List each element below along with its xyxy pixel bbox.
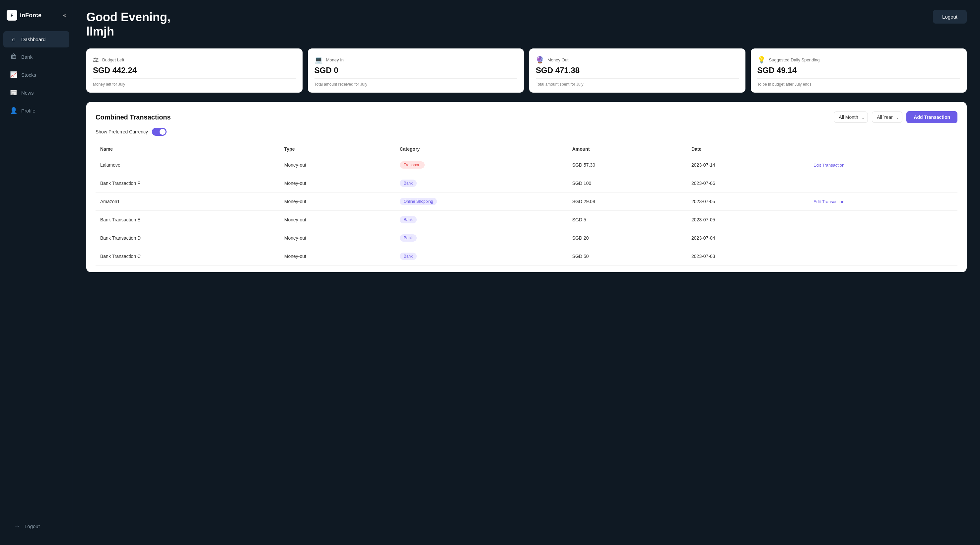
card-icon: ⚖ (93, 56, 99, 64)
category-badge: Bank (400, 180, 417, 187)
sidebar-item-label: News (21, 90, 34, 96)
currency-toggle[interactable] (152, 128, 167, 136)
row-actions (809, 211, 958, 229)
transactions-controls: All Month All Year Add Transaction (834, 111, 958, 123)
row-date: 2023-07-03 (687, 247, 809, 266)
row-amount: SGD 20 (568, 229, 687, 247)
row-type: Money-out (280, 174, 395, 193)
sidebar-item-label: Dashboard (21, 37, 45, 42)
edit-transaction-link[interactable]: Edit Transaction (813, 199, 844, 204)
row-amount: SGD 5 (568, 211, 687, 229)
sidebar-logout[interactable]: → Logout (6, 518, 66, 534)
sidebar-item-profile[interactable]: 👤 Profile (3, 102, 69, 119)
sidebar-item-dashboard[interactable]: ⌂ Dashboard (3, 31, 69, 48)
category-badge: Online Shopping (400, 198, 437, 205)
logo: F inForce « (0, 6, 73, 30)
table-row: Bank Transaction D Money-out Bank SGD 20… (95, 229, 958, 247)
col-header-actions (809, 142, 958, 156)
sidebar-item-label: Bank (21, 54, 32, 60)
header: Good Evening, llmjh Logout (86, 10, 967, 38)
transactions-panel: Combined Transactions All Month All Year… (86, 102, 967, 272)
year-filter-wrapper: All Year (872, 112, 902, 123)
row-actions (809, 229, 958, 247)
sidebar: F inForce « ⌂ Dashboard 🏛 Bank 📈 Stocks … (0, 0, 73, 545)
col-header-type: Type (280, 142, 395, 156)
card-header: 💻 Money In (315, 56, 517, 64)
row-type: Money-out (280, 193, 395, 211)
row-name: Amazon1 (95, 193, 280, 211)
category-badge: Transport (400, 161, 425, 169)
sidebar-logout-label: Logout (25, 523, 40, 529)
col-header-amount: Amount (568, 142, 687, 156)
logout-button[interactable]: Logout (933, 10, 967, 24)
row-category: Bank (395, 247, 568, 266)
greeting-username: llmjh (86, 24, 170, 38)
transactions-header: Combined Transactions All Month All Year… (95, 111, 958, 123)
card-icon: 🔮 (536, 56, 544, 64)
row-type: Money-out (280, 247, 395, 266)
row-name: Bank Transaction E (95, 211, 280, 229)
transactions-title: Combined Transactions (95, 113, 171, 121)
row-name: Bank Transaction F (95, 174, 280, 193)
row-actions: Edit Transaction (809, 193, 958, 211)
card-label: Budget Left (102, 57, 124, 62)
row-date: 2023-07-06 (687, 174, 809, 193)
row-amount: SGD 29.08 (568, 193, 687, 211)
row-amount: SGD 100 (568, 174, 687, 193)
row-type: Money-out (280, 211, 395, 229)
table-header-row: NameTypeCategoryAmountDate (95, 142, 958, 156)
sidebar-item-bank[interactable]: 🏛 Bank (3, 49, 69, 65)
year-filter[interactable]: All Year (872, 112, 902, 123)
row-date: 2023-07-05 (687, 211, 809, 229)
card-label: Suggested Daily Spending (769, 57, 820, 62)
row-actions: Edit Transaction (809, 156, 958, 174)
transactions-table: NameTypeCategoryAmountDate Lalamove Mone… (95, 142, 958, 266)
card-icon: 💻 (315, 56, 323, 64)
row-category: Transport (395, 156, 568, 174)
card-icon: 💡 (757, 56, 766, 64)
currency-toggle-row: Show Preferred Currency (95, 128, 958, 136)
sidebar-item-stocks[interactable]: 📈 Stocks (3, 66, 69, 83)
card-header: ⚖ Budget Left (93, 56, 296, 64)
news-icon: 📰 (10, 89, 17, 96)
row-category: Bank (395, 174, 568, 193)
sidebar-item-label: Stocks (21, 72, 36, 78)
row-date: 2023-07-14 (687, 156, 809, 174)
table-row: Lalamove Money-out Transport SGD 57.30 2… (95, 156, 958, 174)
summary-card-0: ⚖ Budget Left SGD 442.24 Money left for … (86, 48, 302, 92)
table-row: Bank Transaction E Money-out Bank SGD 5 … (95, 211, 958, 229)
profile-icon: 👤 (10, 107, 17, 114)
card-header: 💡 Suggested Daily Spending (757, 56, 961, 64)
card-amount: SGD 442.24 (93, 66, 296, 75)
sidebar-item-label: Profile (21, 108, 35, 113)
sidebar-collapse-icon[interactable]: « (63, 12, 66, 18)
row-amount: SGD 50 (568, 247, 687, 266)
month-filter-wrapper: All Month (834, 112, 868, 123)
col-header-category: Category (395, 142, 568, 156)
month-filter[interactable]: All Month (834, 112, 868, 123)
add-transaction-button[interactable]: Add Transaction (906, 111, 958, 123)
card-sub: Total amount spent for July (536, 78, 739, 87)
logout-icon: → (13, 523, 21, 530)
sidebar-bottom: → Logout (0, 514, 73, 539)
col-header-name: Name (95, 142, 280, 156)
row-actions (809, 247, 958, 266)
row-name: Bank Transaction C (95, 247, 280, 266)
summary-cards: ⚖ Budget Left SGD 442.24 Money left for … (86, 48, 967, 92)
sidebar-item-news[interactable]: 📰 News (3, 84, 69, 101)
row-category: Online Shopping (395, 193, 568, 211)
edit-transaction-link[interactable]: Edit Transaction (813, 163, 844, 167)
card-sub: To be in budget after July ends (757, 78, 961, 87)
summary-card-3: 💡 Suggested Daily Spending SGD 49.14 To … (751, 48, 967, 92)
row-name: Lalamove (95, 156, 280, 174)
card-sub: Money left for July (93, 78, 296, 87)
row-name: Bank Transaction D (95, 229, 280, 247)
row-type: Money-out (280, 229, 395, 247)
summary-card-1: 💻 Money In SGD 0 Total amount received f… (308, 48, 524, 92)
greeting-line1: Good Evening, (86, 10, 170, 24)
stocks-icon: 📈 (10, 71, 17, 78)
row-date: 2023-07-05 (687, 193, 809, 211)
row-category: Bank (395, 229, 568, 247)
app-name: inForce (20, 12, 41, 19)
card-amount: SGD 0 (315, 66, 517, 75)
